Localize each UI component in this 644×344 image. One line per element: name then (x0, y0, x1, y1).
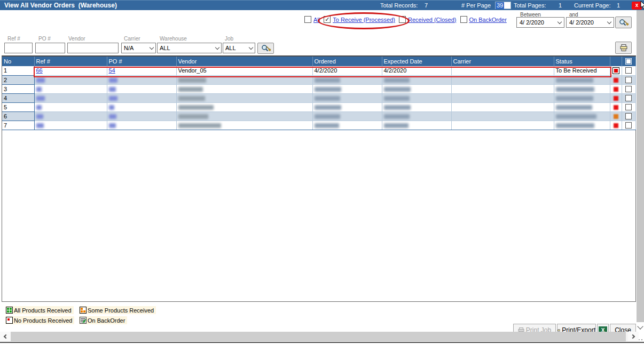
cell-no: 3 (2, 84, 34, 93)
cell-carrier (451, 102, 554, 111)
column-header-expected-date: Expected Date (382, 57, 451, 66)
column-header-ref: Ref # (34, 57, 107, 66)
chevron-down-icon (150, 45, 154, 49)
cell-carrier (451, 66, 554, 75)
cell-no: 4 (2, 93, 34, 102)
row-checkbox[interactable] (625, 104, 632, 110)
cell-status (554, 75, 610, 84)
cell-ref (34, 93, 107, 102)
cell-status (554, 102, 610, 111)
cell-status (554, 84, 610, 93)
per-page-input[interactable]: 39 (495, 2, 511, 9)
table-row: 4 (2, 93, 635, 102)
cell-status (554, 93, 610, 102)
legend-label: Some Products Received (88, 307, 154, 314)
filter-option-to-receive[interactable]: ✓ To Receive (Processed) (324, 16, 395, 23)
po-input[interactable] (35, 43, 65, 53)
horizontal-scrollbar-thumb[interactable] (11, 332, 626, 341)
cell-expected (382, 93, 451, 102)
date-search-button[interactable] (615, 17, 632, 28)
date-to-value: 4/ 2/2020 (569, 19, 594, 26)
vertical-scrollbar-track[interactable] (637, 10, 644, 322)
date-to-picker[interactable]: 4/ 2/2020 (566, 17, 614, 28)
cell-expected: 4/2/2020 (382, 66, 451, 75)
row-checkbox[interactable] (625, 77, 632, 83)
filter-label-all[interactable]: All (313, 17, 320, 23)
redacted-status (556, 123, 594, 128)
redacted-po (109, 114, 116, 119)
cell-ordered (312, 75, 382, 84)
row-checkbox[interactable] (625, 122, 632, 129)
cell-vendor (176, 75, 312, 84)
cell-carrier (451, 84, 554, 93)
total-pages-value: 1 (559, 2, 562, 9)
resize-grip[interactable] (641, 339, 642, 340)
chevron-down-icon (607, 19, 611, 23)
filter-label-to-receive[interactable]: To Receive (Processed) (333, 17, 395, 23)
redacted-status (556, 78, 593, 83)
filter-label-received-closed[interactable]: Received (Closed) (408, 17, 456, 23)
filter-option-received-closed[interactable]: Received (Closed) (399, 16, 456, 23)
row-checkbox[interactable] (625, 67, 632, 74)
all-products-received-icon (6, 307, 13, 314)
filter-checkbox-1[interactable]: ✓ (324, 16, 331, 23)
job-select[interactable]: ALL (223, 43, 255, 53)
redacted-vendor (178, 105, 214, 110)
cell-no: 2 (2, 75, 34, 84)
redacted-po (109, 105, 114, 110)
warehouse-select[interactable]: ALL (157, 43, 222, 53)
search-key-icon (261, 44, 271, 52)
grid-header-row: NoRef #PO #VendorOrderedExpected DateCar… (2, 57, 635, 66)
filter-option-on-backorder[interactable]: On BackOrder (460, 16, 507, 23)
filter-checkbox-2[interactable] (399, 16, 406, 23)
cell-select (622, 111, 635, 121)
scroll-right-button[interactable] (628, 332, 639, 341)
row-checkbox[interactable] (625, 86, 632, 92)
grid-search-button[interactable] (257, 43, 274, 54)
carrier-label: Carrier (124, 36, 140, 42)
cell-select (622, 102, 635, 111)
cell-select (622, 75, 635, 84)
cell-ordered (312, 121, 382, 130)
job-value: ALL (225, 45, 236, 51)
some-products-received-icon (80, 307, 87, 314)
cell-ordered (312, 84, 382, 93)
scroll-left-button[interactable] (0, 332, 11, 341)
filter-option-all[interactable]: All (304, 16, 320, 23)
column-header-select (622, 57, 635, 66)
row-checkbox[interactable] (625, 95, 632, 101)
po-link[interactable]: 54 (109, 67, 115, 74)
cell-status-icon (610, 121, 622, 130)
date-from-picker[interactable]: 4/ 2/2020 (516, 17, 564, 28)
cell-status-icon (610, 102, 622, 111)
redacted-ordered (315, 96, 340, 101)
status-icon-orange (614, 114, 618, 119)
cell-ref: 66 (34, 66, 107, 75)
cell-no: 6 (2, 111, 34, 121)
scroll-down-arrow-icon[interactable] (637, 323, 643, 329)
row-checkbox[interactable] (625, 113, 632, 119)
on-backorder-icon (80, 317, 87, 324)
carrier-select[interactable]: N/A (121, 43, 156, 53)
ref-input[interactable] (4, 43, 33, 53)
per-page-label: # Per Page (461, 2, 491, 9)
horizontal-scrollbar[interactable] (0, 332, 639, 341)
filter-label-on-backorder[interactable]: On BackOrder (469, 17, 507, 23)
cell-po (107, 111, 176, 121)
legend-no-products-received: No Products Received (5, 316, 74, 324)
status-icon-red (614, 123, 618, 128)
filter-checkbox-3[interactable] (460, 16, 467, 23)
cell-ordered: 4/2/2020 (312, 66, 382, 75)
select-all-checkbox[interactable] (625, 58, 632, 65)
filter-checkbox-0[interactable] (304, 16, 311, 23)
print-grid-button[interactable] (615, 42, 632, 54)
vendor-orders-grid: NoRef #PO #VendorOrderedExpected DateCar… (2, 55, 636, 302)
cell-status-icon (610, 84, 622, 93)
redacted-ordered (315, 105, 341, 110)
vendor-input[interactable] (67, 43, 119, 53)
redacted-ordered (315, 123, 339, 128)
status-icon-red (612, 67, 619, 74)
chevron-down-icon (215, 45, 219, 49)
current-page-label: Current Page: (574, 2, 610, 9)
ref-link[interactable]: 66 (36, 67, 43, 74)
